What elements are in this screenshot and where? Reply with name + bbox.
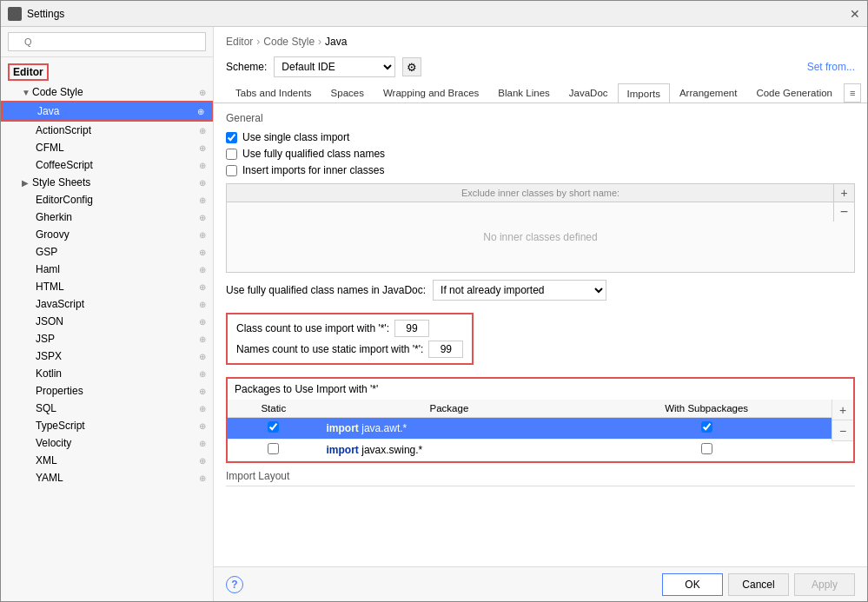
static-checkbox-1[interactable]	[268, 421, 279, 433]
table-add-button[interactable]: +	[832, 400, 853, 420]
sidebar-item-java[interactable]: Java ⊕	[1, 101, 213, 122]
sidebar-item-label: Properties	[36, 385, 195, 397]
tab-arrangement[interactable]: Arrangement	[670, 83, 746, 103]
copy-icon: ⊕	[199, 265, 206, 275]
sidebar-item-label: HTML	[36, 281, 195, 293]
sidebar-item-label: Haml	[36, 263, 195, 275]
sidebar-item-gsp[interactable]: GSP ⊕	[1, 243, 213, 261]
packages-section: Packages to Use Import with '*' Static P…	[226, 377, 855, 463]
copy-icon: ⊕	[199, 126, 206, 136]
exclude-header-text: Exclude inner classes by short name:	[234, 188, 847, 198]
col-with-subpackages: With Subpackages	[579, 400, 853, 418]
sidebar-item-label: Velocity	[36, 437, 195, 449]
sidebar-item-typescript[interactable]: TypeScript ⊕	[1, 417, 213, 434]
javadoc-label: Use fully qualified class names in JavaD…	[226, 284, 426, 296]
package-name-1: java.awt.*	[361, 422, 407, 434]
single-class-checkbox[interactable]	[226, 132, 237, 143]
sidebar-item-groovy[interactable]: Groovy ⊕	[1, 226, 213, 243]
names-count-input[interactable]	[428, 341, 463, 358]
insert-inner-label[interactable]: Insert imports for inner classes	[242, 164, 384, 176]
table-row[interactable]: import javax.swing.*	[228, 440, 853, 461]
fully-qualified-label[interactable]: Use fully qualified class names	[242, 148, 385, 160]
sidebar-item-style-sheets[interactable]: ▶ Style Sheets ⊕	[1, 174, 213, 191]
tab-wrapping[interactable]: Wrapping and Braces	[374, 83, 488, 103]
right-panel: Editor › Code Style › Java Scheme: Defau…	[214, 27, 867, 601]
tab-spaces[interactable]: Spaces	[321, 83, 374, 103]
gear-button[interactable]: ⚙	[402, 57, 421, 76]
sidebar-item-actionscript[interactable]: ActionScript ⊕	[1, 122, 213, 139]
sidebar-item-code-style[interactable]: ▼ Code Style ⊕	[1, 83, 213, 101]
editor-section: Editor	[1, 61, 213, 83]
javadoc-select[interactable]: If not already imported Always Never	[433, 280, 606, 301]
close-button[interactable]: ✕	[850, 7, 860, 21]
sidebar-item-coffeescript[interactable]: CoffeeScript ⊕	[1, 156, 213, 174]
search-input[interactable]	[8, 32, 206, 51]
sidebar-item-xml[interactable]: XML ⊕	[1, 452, 213, 469]
sidebar-item-gherkin[interactable]: Gherkin ⊕	[1, 208, 213, 226]
single-class-label[interactable]: Use single class import	[242, 131, 349, 143]
apply-button[interactable]: Apply	[794, 573, 855, 596]
titlebar: Settings ✕	[1, 1, 867, 27]
sidebar-item-cfml[interactable]: CFML ⊕	[1, 139, 213, 156]
sidebar-item-label: XML	[36, 454, 195, 466]
copy-icon: ⊕	[199, 248, 206, 257]
package-name-2: javax.swing.*	[361, 444, 422, 456]
sidebar-item-kotlin[interactable]: Kotlin ⊕	[1, 365, 213, 382]
editor-label: Editor	[13, 66, 43, 78]
exclude-box: Exclude inner classes by short name: + N…	[226, 183, 855, 273]
cancel-button[interactable]: Cancel	[728, 573, 789, 596]
insert-inner-checkbox[interactable]	[226, 165, 237, 176]
scheme-select[interactable]: Default IDE	[274, 56, 395, 77]
sidebar-tree: Editor ▼ Code Style ⊕ Java ⊕	[1, 57, 213, 601]
copy-icon: ⊕	[197, 107, 204, 116]
tab-code-generation[interactable]: Code Generation	[746, 83, 842, 103]
javadoc-row: Use fully qualified class names in JavaD…	[226, 280, 855, 301]
sidebar-item-label: Groovy	[36, 228, 195, 241]
subpackages-checkbox-1[interactable]	[701, 421, 712, 433]
sidebar-item-jsp[interactable]: JSP ⊕	[1, 330, 213, 347]
sidebar-item-javascript[interactable]: JavaScript ⊕	[1, 295, 213, 313]
sidebar-item-properties[interactable]: Properties ⊕	[1, 382, 213, 400]
tab-blank-lines[interactable]: Blank Lines	[488, 83, 559, 103]
tabs-more-button[interactable]: ≡	[844, 83, 861, 103]
subpackages-checkbox-2[interactable]	[701, 443, 712, 454]
exclude-remove-button[interactable]: −	[833, 202, 854, 222]
ok-button[interactable]: OK	[662, 573, 723, 596]
copy-icon: ⊕	[199, 178, 206, 188]
sidebar-item-yaml[interactable]: YAML ⊕	[1, 469, 213, 486]
sidebar-item-json[interactable]: JSON ⊕	[1, 313, 213, 330]
expand-arrow-icon: ▶	[22, 178, 32, 188]
static-checkbox-2[interactable]	[268, 443, 279, 454]
copy-icon: ⊕	[199, 282, 206, 292]
class-count-label: Class count to use import with '*':	[236, 322, 389, 334]
tab-tabs-indents[interactable]: Tabs and Indents	[226, 83, 321, 103]
sidebar-item-velocity[interactable]: Velocity ⊕	[1, 434, 213, 452]
sidebar-item-label: CFML	[36, 142, 195, 154]
sidebar-item-haml[interactable]: Haml ⊕	[1, 261, 213, 278]
sidebar-item-editorconfig[interactable]: EditorConfig ⊕	[1, 191, 213, 208]
general-section-title: General	[226, 112, 855, 124]
sidebar-item-html[interactable]: HTML ⊕	[1, 278, 213, 295]
sidebar-item-label: ActionScript	[36, 124, 195, 136]
class-count-input[interactable]	[394, 320, 429, 337]
class-count-row: Class count to use import with '*':	[236, 320, 463, 337]
breadcrumb-sep1: ›	[256, 36, 260, 48]
tab-javadoc[interactable]: JavaDoc	[560, 83, 618, 103]
sidebar-item-label: SQL	[36, 402, 195, 414]
table-remove-button[interactable]: −	[832, 420, 853, 441]
tab-imports[interactable]: Imports	[618, 83, 670, 103]
count-fields-box: Class count to use import with '*': Name…	[226, 313, 474, 365]
imports-tab-content: General Use single class import Use full…	[214, 103, 867, 566]
fully-qualified-checkbox[interactable]	[226, 149, 237, 160]
insert-inner-row: Insert imports for inner classes	[226, 164, 855, 176]
help-button[interactable]: ?	[226, 576, 243, 593]
sidebar-item-sql[interactable]: SQL ⊕	[1, 400, 213, 417]
table-row[interactable]: import java.awt.*	[228, 418, 853, 440]
copy-icon: ⊕	[199, 421, 206, 431]
packages-title: Packages to Use Import with '*'	[228, 379, 853, 400]
single-class-import-row: Use single class import	[226, 131, 855, 143]
set-from-link[interactable]: Set from...	[807, 61, 855, 73]
sidebar-item-label: Kotlin	[36, 367, 195, 380]
sidebar-item-jspx[interactable]: JSPX ⊕	[1, 347, 213, 365]
exclude-add-button[interactable]: +	[833, 184, 854, 202]
